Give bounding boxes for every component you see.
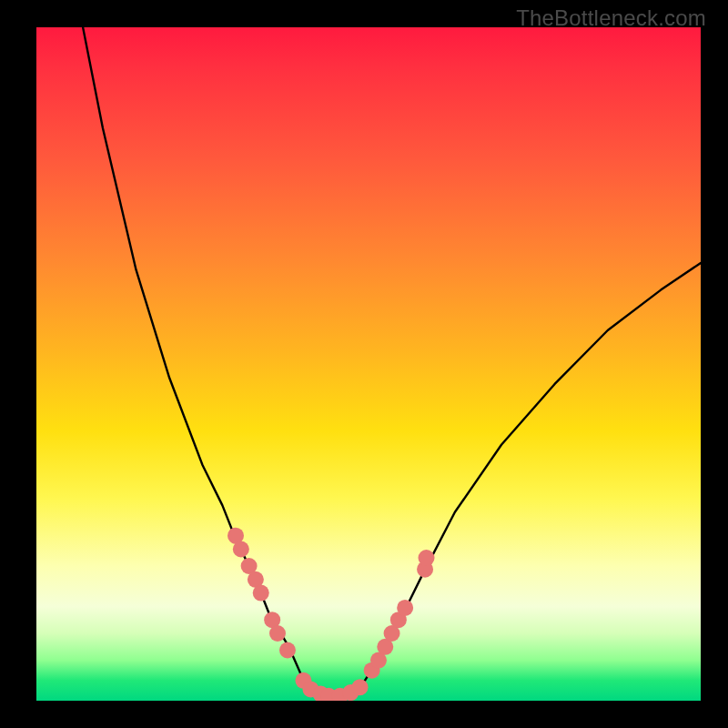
marker-dot bbox=[233, 541, 249, 558]
marker-dots bbox=[228, 528, 435, 701]
bottleneck-curve bbox=[83, 27, 701, 697]
marker-dot bbox=[419, 550, 435, 566]
marker-dot bbox=[352, 679, 369, 695]
chart-frame: TheBottleneck.com bbox=[0, 0, 728, 728]
marker-dot bbox=[279, 642, 296, 659]
plot-area bbox=[36, 27, 701, 701]
marker-dot bbox=[397, 600, 413, 616]
chart-svg bbox=[36, 27, 701, 701]
marker-dot bbox=[253, 585, 269, 602]
marker-dot bbox=[269, 625, 286, 642]
